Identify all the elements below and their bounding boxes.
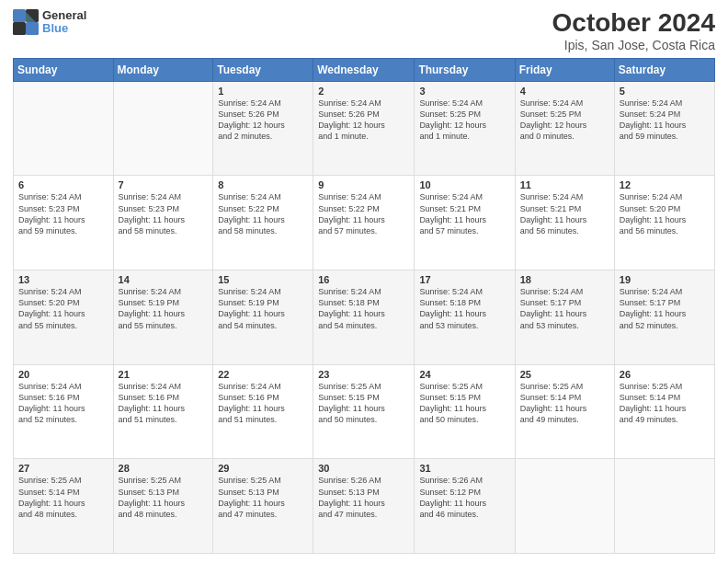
calendar-header-row: SundayMondayTuesdayWednesdayThursdayFrid…	[14, 58, 715, 81]
title-block: October 2024 Ipis, San Jose, Costa Rica	[552, 9, 715, 52]
calendar-cell: 7Sunrise: 5:24 AMSunset: 5:23 PMDaylight…	[113, 176, 213, 270]
svg-rect-3	[26, 22, 39, 35]
svg-rect-0	[13, 9, 26, 22]
cell-info: Sunrise: 5:24 AMSunset: 5:23 PMDaylight:…	[119, 191, 209, 236]
cell-info: Sunrise: 5:24 AMSunset: 5:16 PMDaylight:…	[18, 381, 108, 426]
cell-day-number: 16	[318, 274, 409, 285]
calendar-subtitle: Ipis, San Jose, Costa Rica	[552, 38, 715, 52]
cell-info: Sunrise: 5:26 AMSunset: 5:12 PMDaylight:…	[419, 475, 509, 520]
calendar-cell: 18Sunrise: 5:24 AMSunset: 5:17 PMDayligh…	[515, 270, 614, 365]
cell-day-number: 1	[218, 86, 308, 97]
calendar-cell	[14, 81, 114, 176]
cell-day-number: 24	[419, 369, 509, 380]
day-header-sunday: Sunday	[14, 58, 114, 81]
cell-info: Sunrise: 5:26 AMSunset: 5:13 PMDaylight:…	[318, 475, 409, 520]
day-header-tuesday: Tuesday	[213, 58, 313, 81]
calendar-cell: 19Sunrise: 5:24 AMSunset: 5:17 PMDayligh…	[614, 270, 714, 365]
calendar-body: 1Sunrise: 5:24 AMSunset: 5:26 PMDaylight…	[14, 81, 715, 553]
cell-info: Sunrise: 5:24 AMSunset: 5:25 PMDaylight:…	[419, 98, 509, 143]
cell-day-number: 17	[419, 274, 509, 285]
cell-info: Sunrise: 5:25 AMSunset: 5:14 PMDaylight:…	[18, 475, 108, 520]
cell-info: Sunrise: 5:24 AMSunset: 5:19 PMDaylight:…	[119, 286, 209, 331]
calendar-cell	[515, 459, 614, 554]
calendar-cell	[113, 81, 213, 176]
svg-rect-2	[13, 22, 26, 35]
calendar-cell: 22Sunrise: 5:24 AMSunset: 5:16 PMDayligh…	[213, 364, 313, 459]
cell-info: Sunrise: 5:24 AMSunset: 5:17 PMDaylight:…	[520, 286, 609, 331]
cell-info: Sunrise: 5:24 AMSunset: 5:20 PMDaylight:…	[18, 286, 108, 331]
cell-info: Sunrise: 5:24 AMSunset: 5:24 PMDaylight:…	[620, 98, 710, 143]
cell-day-number: 19	[620, 274, 710, 285]
cell-day-number: 7	[119, 179, 209, 190]
cell-day-number: 8	[218, 179, 308, 190]
cell-info: Sunrise: 5:24 AMSunset: 5:21 PMDaylight:…	[520, 191, 609, 236]
cell-day-number: 3	[419, 86, 509, 97]
logo-line1: General	[42, 9, 86, 22]
cell-info: Sunrise: 5:25 AMSunset: 5:13 PMDaylight:…	[218, 475, 308, 520]
cell-info: Sunrise: 5:24 AMSunset: 5:22 PMDaylight:…	[318, 191, 409, 236]
calendar-cell: 9Sunrise: 5:24 AMSunset: 5:22 PMDaylight…	[313, 176, 415, 270]
week-row-5: 27Sunrise: 5:25 AMSunset: 5:14 PMDayligh…	[14, 459, 715, 554]
week-row-4: 20Sunrise: 5:24 AMSunset: 5:16 PMDayligh…	[14, 364, 715, 459]
cell-info: Sunrise: 5:24 AMSunset: 5:20 PMDaylight:…	[620, 191, 710, 236]
cell-info: Sunrise: 5:24 AMSunset: 5:18 PMDaylight:…	[419, 286, 509, 331]
header: General Blue October 2024 Ipis, San Jose…	[13, 9, 715, 52]
calendar-cell: 27Sunrise: 5:25 AMSunset: 5:14 PMDayligh…	[14, 459, 114, 554]
calendar-cell: 23Sunrise: 5:25 AMSunset: 5:15 PMDayligh…	[313, 364, 415, 459]
calendar-cell: 26Sunrise: 5:25 AMSunset: 5:14 PMDayligh…	[614, 364, 714, 459]
cell-day-number: 23	[318, 369, 409, 380]
cell-info: Sunrise: 5:24 AMSunset: 5:26 PMDaylight:…	[218, 98, 308, 143]
cell-info: Sunrise: 5:25 AMSunset: 5:14 PMDaylight:…	[620, 381, 710, 426]
cell-day-number: 28	[119, 463, 209, 474]
week-row-2: 6Sunrise: 5:24 AMSunset: 5:23 PMDaylight…	[14, 176, 715, 270]
cell-info: Sunrise: 5:24 AMSunset: 5:16 PMDaylight:…	[119, 381, 209, 426]
cell-day-number: 30	[318, 463, 409, 474]
calendar-cell: 17Sunrise: 5:24 AMSunset: 5:18 PMDayligh…	[415, 270, 515, 365]
cell-info: Sunrise: 5:25 AMSunset: 5:15 PMDaylight:…	[318, 381, 409, 426]
calendar-cell: 16Sunrise: 5:24 AMSunset: 5:18 PMDayligh…	[313, 270, 415, 365]
cell-day-number: 31	[419, 463, 509, 474]
calendar-cell: 28Sunrise: 5:25 AMSunset: 5:13 PMDayligh…	[113, 459, 213, 554]
cell-day-number: 27	[18, 463, 108, 474]
week-row-1: 1Sunrise: 5:24 AMSunset: 5:26 PMDaylight…	[14, 81, 715, 176]
cell-day-number: 15	[218, 274, 308, 285]
cell-info: Sunrise: 5:24 AMSunset: 5:17 PMDaylight:…	[620, 286, 710, 331]
calendar-cell: 12Sunrise: 5:24 AMSunset: 5:20 PMDayligh…	[614, 176, 714, 270]
cell-day-number: 26	[620, 369, 710, 380]
calendar-cell: 11Sunrise: 5:24 AMSunset: 5:21 PMDayligh…	[515, 176, 614, 270]
calendar-cell: 13Sunrise: 5:24 AMSunset: 5:20 PMDayligh…	[14, 270, 114, 365]
cell-info: Sunrise: 5:24 AMSunset: 5:16 PMDaylight:…	[218, 381, 308, 426]
cell-day-number: 29	[218, 463, 308, 474]
cell-day-number: 22	[218, 369, 308, 380]
calendar-cell: 10Sunrise: 5:24 AMSunset: 5:21 PMDayligh…	[415, 176, 515, 270]
calendar-cell: 20Sunrise: 5:24 AMSunset: 5:16 PMDayligh…	[14, 364, 114, 459]
cell-day-number: 14	[119, 274, 209, 285]
cell-day-number: 13	[18, 274, 108, 285]
logo-line2: Blue	[42, 22, 86, 35]
cell-day-number: 9	[318, 179, 409, 190]
cell-day-number: 20	[18, 369, 108, 380]
day-header-friday: Friday	[515, 58, 614, 81]
calendar-cell	[614, 459, 714, 554]
calendar-cell: 5Sunrise: 5:24 AMSunset: 5:24 PMDaylight…	[614, 81, 714, 176]
cell-info: Sunrise: 5:24 AMSunset: 5:19 PMDaylight:…	[218, 286, 308, 331]
day-header-saturday: Saturday	[614, 58, 714, 81]
cell-day-number: 10	[419, 179, 509, 190]
calendar-cell: 31Sunrise: 5:26 AMSunset: 5:12 PMDayligh…	[415, 459, 515, 554]
cell-day-number: 4	[520, 86, 609, 97]
calendar-cell: 4Sunrise: 5:24 AMSunset: 5:25 PMDaylight…	[515, 81, 614, 176]
calendar-table: SundayMondayTuesdayWednesdayThursdayFrid…	[13, 58, 715, 554]
day-header-wednesday: Wednesday	[313, 58, 415, 81]
week-row-3: 13Sunrise: 5:24 AMSunset: 5:20 PMDayligh…	[14, 270, 715, 365]
calendar-cell: 1Sunrise: 5:24 AMSunset: 5:26 PMDaylight…	[213, 81, 313, 176]
cell-info: Sunrise: 5:24 AMSunset: 5:18 PMDaylight:…	[318, 286, 409, 331]
calendar-title: October 2024	[552, 9, 715, 38]
cell-day-number: 18	[520, 274, 609, 285]
calendar-cell: 8Sunrise: 5:24 AMSunset: 5:22 PMDaylight…	[213, 176, 313, 270]
logo-text: General Blue	[42, 9, 86, 36]
cell-day-number: 2	[318, 86, 409, 97]
page: General Blue October 2024 Ipis, San Jose…	[0, 0, 728, 563]
cell-info: Sunrise: 5:24 AMSunset: 5:23 PMDaylight:…	[18, 191, 108, 236]
cell-info: Sunrise: 5:25 AMSunset: 5:13 PMDaylight:…	[119, 475, 209, 520]
cell-info: Sunrise: 5:24 AMSunset: 5:25 PMDaylight:…	[520, 98, 609, 143]
